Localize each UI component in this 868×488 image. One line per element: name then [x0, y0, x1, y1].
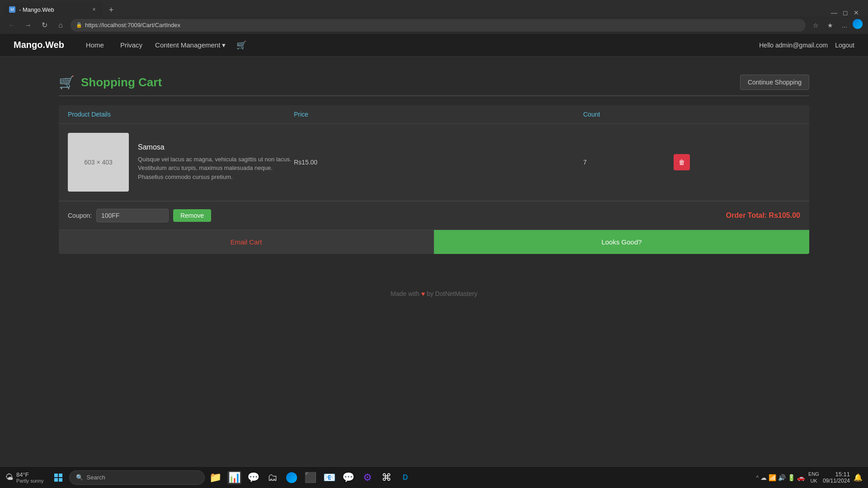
trash-icon: 🗑	[679, 159, 685, 166]
active-tab[interactable]: M - Mango.Web ×	[4, 3, 103, 16]
taskbar-search-placeholder: Search	[87, 474, 105, 481]
remove-coupon-button[interactable]: Remove	[173, 209, 211, 222]
more-button[interactable]: ...	[838, 19, 851, 32]
taskbar-app-folder[interactable]: 🗂	[264, 469, 281, 486]
weather-temperature: 84°F	[16, 471, 44, 478]
product-image: 603 × 403	[68, 133, 129, 192]
nav-user-section: Hello admin@gmail.com Logout	[759, 42, 854, 49]
taskbar-weather[interactable]: 🌤 84°F Partly sunny	[5, 471, 44, 483]
cart-table: Product Details Price Count 603 × 403 Sa…	[59, 105, 809, 254]
weather-icon: 🌤	[5, 473, 14, 482]
url-text: https://localhost:7009/Cart/CartIndex	[85, 22, 180, 28]
tray-volume-icon[interactable]: 🔊	[778, 474, 786, 481]
maximize-button[interactable]: ◻	[843, 9, 848, 16]
nav-content-management[interactable]: Content Management ▾	[155, 41, 226, 49]
new-tab-button[interactable]: +	[105, 4, 118, 16]
taskbar-app-teams[interactable]: 💬	[245, 469, 262, 486]
notification-icon[interactable]: 🔔	[854, 473, 863, 482]
svg-rect-2	[54, 478, 58, 482]
cart-actions: Email Cart Looks Good?	[59, 230, 809, 254]
browser-chrome: M - Mango.Web × + — ◻ ✕ ← → ↻ ⌂ 🔒 https:…	[0, 0, 868, 34]
nav-cart-icon[interactable]: 🛒	[236, 40, 246, 50]
tray-battery-icon[interactable]: 🔋	[788, 474, 795, 481]
cart-table-header: Product Details Price Count	[59, 105, 809, 124]
taskbar-app-explorer[interactable]: 📁	[208, 469, 224, 486]
refresh-button[interactable]: ↻	[38, 19, 51, 32]
col-count: Count	[583, 111, 674, 118]
col-price: Price	[294, 111, 583, 118]
continue-shopping-button[interactable]: Continue Shopping	[740, 75, 809, 90]
coupon-label: Coupon:	[68, 212, 92, 219]
browser-toolbar: ← → ↻ ⌂ 🔒 https://localhost:7009/Cart/Ca…	[0, 16, 868, 34]
product-price: Rs15.00	[294, 159, 583, 166]
start-button[interactable]	[50, 469, 66, 486]
lock-icon: 🔒	[76, 22, 82, 28]
tab-favicon: M	[9, 6, 15, 13]
table-row: 603 × 403 Samosa Quisque vel lacus ac ma…	[59, 124, 809, 201]
nav-home[interactable]: Home	[82, 39, 108, 51]
taskbar-app-vs[interactable]: ⚙	[359, 469, 376, 486]
col-action	[674, 111, 764, 118]
taskbar-app-terminal[interactable]: ⌘	[378, 469, 395, 486]
taskbar: 🌤 84°F Partly sunny 🔍 Search 📁 📊 💬 🗂	[0, 466, 868, 488]
close-button[interactable]: ✕	[854, 9, 859, 16]
taskbar-pinned-apps: 📁 📊 💬 🗂 ⬛ 📧 💬 ⚙ ⌘ D	[208, 469, 414, 486]
cart-title: Shopping Cart	[81, 75, 162, 89]
svg-rect-0	[54, 474, 58, 477]
app-nav: Mango.Web Home Privacy Content Managemen…	[0, 34, 868, 56]
nav-privacy[interactable]: Privacy	[117, 39, 146, 51]
coupon-input[interactable]	[96, 209, 169, 222]
taskbar-app-dark[interactable]: 📊	[226, 469, 243, 486]
dropdown-arrow-icon: ▾	[222, 41, 226, 49]
taskbar-search[interactable]: 🔍 Search	[69, 470, 205, 485]
col-product-details: Product Details	[68, 111, 294, 118]
search-icon: 🔍	[76, 474, 83, 481]
browser-tabs: M - Mango.Web × + — ◻ ✕	[0, 0, 868, 16]
star-button[interactable]: ☆	[809, 19, 822, 32]
product-name: Samosa	[138, 143, 294, 151]
address-bar[interactable]: 🔒 https://localhost:7009/Cart/CartIndex	[71, 19, 806, 32]
product-description-line2: Vestibulum arcu turpis, maximus malesuad…	[138, 164, 294, 181]
minimize-button[interactable]: —	[831, 9, 837, 16]
toolbar-actions: ☆ ★ ...	[809, 19, 863, 32]
coupon-section: Coupon: Remove	[68, 209, 211, 222]
product-count: 7	[583, 159, 674, 166]
looks-good-button[interactable]: Looks Good?	[434, 230, 809, 254]
product-cell: 603 × 403 Samosa Quisque vel lacus ac ma…	[68, 133, 294, 192]
logout-button[interactable]: Logout	[835, 42, 854, 49]
clock-date: 09/11/2024	[823, 478, 850, 484]
tray-wifi-icon[interactable]: 📶	[769, 474, 776, 481]
weather-condition: Partly sunny	[16, 478, 44, 483]
taskbar-app-dell[interactable]: D	[397, 469, 414, 486]
taskbar-app-whatsapp[interactable]: 💬	[340, 469, 357, 486]
footer-text-suffix: by DotNetMastery	[427, 290, 477, 297]
footer-text-prefix: Made with	[391, 290, 420, 297]
cart-header-icon: 🛒	[59, 75, 75, 90]
taskbar-locale: ENGUK	[808, 471, 819, 484]
system-tray-icons: ^ ☁ 📶 🔊 🔋 🚗	[756, 474, 805, 481]
home-button[interactable]: ⌂	[54, 19, 67, 32]
favorites-button[interactable]: ★	[824, 19, 836, 32]
page-footer: Made with ♥ by DotNetMastery	[0, 272, 868, 315]
tray-chevron-icon[interactable]: ^	[756, 474, 759, 481]
forward-button[interactable]: →	[22, 19, 34, 32]
delete-item-button[interactable]: 🗑	[674, 154, 690, 170]
edge-profile-icon[interactable]	[853, 19, 863, 29]
tab-close-button[interactable]: ×	[90, 6, 98, 13]
taskbar-app-outlook[interactable]: 📧	[321, 469, 338, 486]
taskbar-app-unknown1[interactable]: ⬛	[302, 469, 319, 486]
taskbar-app-edge[interactable]	[283, 469, 300, 486]
svg-rect-3	[59, 478, 62, 482]
order-total: Order Total: Rs105.00	[726, 211, 800, 220]
weather-info: 84°F Partly sunny	[16, 471, 44, 483]
email-cart-button[interactable]: Email Cart	[59, 230, 434, 254]
tray-cloud-icon[interactable]: ☁	[760, 474, 767, 481]
taskbar-clock[interactable]: 15:11 09/11/2024	[823, 471, 850, 484]
back-button[interactable]: ←	[5, 19, 18, 32]
main-content: 🛒 Shopping Cart Continue Shopping Produc…	[0, 56, 868, 272]
product-info: Samosa Quisque vel lacus ac magna, vehic…	[129, 143, 294, 182]
taskbar-right: ^ ☁ 📶 🔊 🔋 🚗 ENGUK 15:11 09/11/2024 🔔	[756, 471, 863, 484]
tray-car-icon[interactable]: 🚗	[797, 474, 805, 481]
cart-footer: Coupon: Remove Order Total: Rs105.00	[59, 201, 809, 230]
app-brand: Mango.Web	[14, 40, 64, 50]
